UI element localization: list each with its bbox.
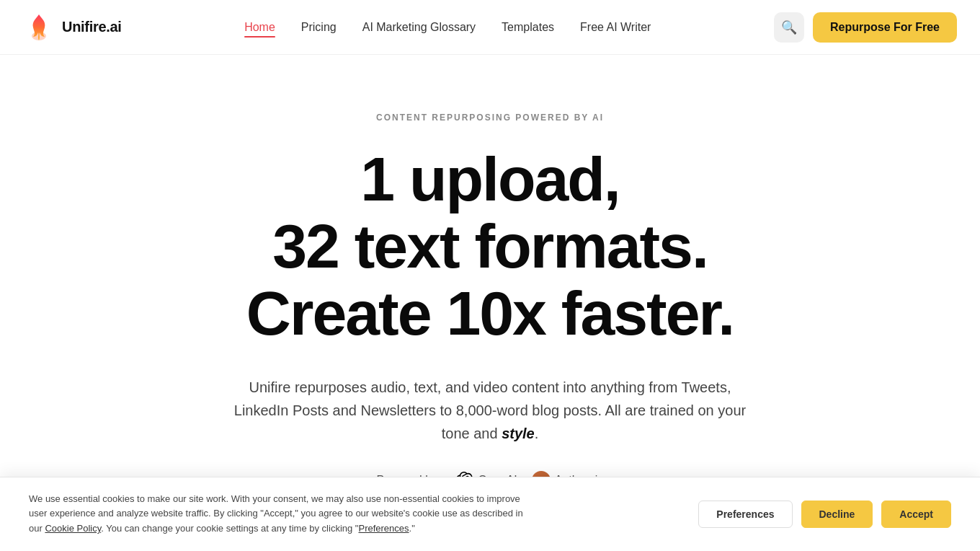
cookie-accept-button[interactable]: Accept bbox=[881, 501, 951, 528]
cookie-text-3: ." bbox=[409, 523, 415, 532]
hero-heading-line2: 32 text formats. bbox=[272, 211, 708, 281]
flame-logo-icon bbox=[23, 12, 55, 43]
cookie-text: We use essential cookies to make our sit… bbox=[29, 492, 533, 533]
nav-item-ai-glossary[interactable]: AI Marketing Glossary bbox=[362, 21, 476, 34]
hero-heading-line3: Create 10x faster. bbox=[246, 278, 734, 348]
nav-link-templates[interactable]: Templates bbox=[502, 21, 554, 33]
nav-item-templates[interactable]: Templates bbox=[502, 21, 554, 34]
brand-name: Unifire.ai bbox=[62, 19, 122, 35]
navbar: Unifire.ai Home Pricing AI Marketing Glo… bbox=[0, 0, 980, 55]
nav-item-pricing[interactable]: Pricing bbox=[301, 21, 337, 34]
hero-eyebrow: CONTENT REPURPOSING POWERED BY AI bbox=[376, 113, 604, 123]
hero-section: CONTENT REPURPOSING POWERED BY AI 1 uplo… bbox=[0, 55, 980, 533]
cookie-actions: Preferences Decline Accept bbox=[698, 501, 951, 528]
repurpose-cta-button[interactable]: Repurpose For Free bbox=[813, 12, 957, 43]
hero-subtext-end: . bbox=[535, 426, 539, 441]
nav-link-free-ai-writer[interactable]: Free AI Writer bbox=[580, 21, 651, 33]
hero-subtext: Unifire repurposes audio, text, and vide… bbox=[231, 376, 749, 445]
nav-link-pricing[interactable]: Pricing bbox=[301, 21, 337, 33]
nav-item-free-ai-writer[interactable]: Free AI Writer bbox=[580, 21, 651, 34]
cookie-text-2: . You can change your cookie settings at… bbox=[101, 523, 358, 532]
hero-subtext-bold: style bbox=[502, 426, 535, 441]
nav-links: Home Pricing AI Marketing Glossary Templ… bbox=[244, 21, 651, 34]
hero-heading: 1 upload, 32 text formats. Create 10x fa… bbox=[246, 146, 734, 347]
hero-subtext-main: Unifire repurposes audio, text, and vide… bbox=[234, 379, 746, 441]
cookie-preferences-button[interactable]: Preferences bbox=[698, 501, 792, 528]
cookie-preferences-link[interactable]: Preferences bbox=[358, 523, 409, 532]
search-button[interactable]: 🔍 bbox=[774, 12, 804, 43]
hero-heading-line1: 1 upload, bbox=[360, 144, 619, 213]
cookie-policy-link[interactable]: Cookie Policy bbox=[45, 523, 101, 532]
search-icon: 🔍 bbox=[781, 19, 797, 35]
cookie-banner: We use essential cookies to make our sit… bbox=[0, 477, 980, 533]
navbar-actions: 🔍 Repurpose For Free bbox=[774, 12, 957, 43]
nav-link-home[interactable]: Home bbox=[244, 21, 275, 33]
cookie-decline-button[interactable]: Decline bbox=[801, 501, 873, 528]
nav-item-home[interactable]: Home bbox=[244, 21, 275, 34]
brand-logo-group[interactable]: Unifire.ai bbox=[23, 12, 122, 43]
nav-link-ai-glossary[interactable]: AI Marketing Glossary bbox=[362, 21, 476, 33]
